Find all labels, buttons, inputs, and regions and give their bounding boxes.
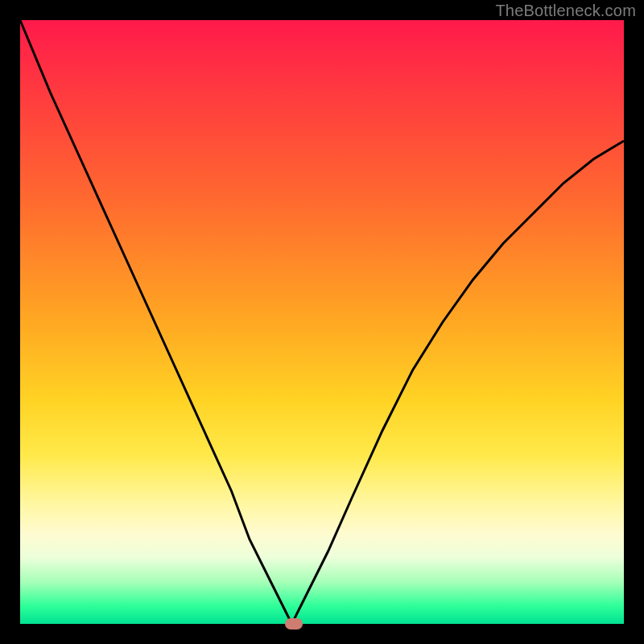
- curve-path: [20, 20, 624, 624]
- chart-frame: TheBottleneck.com: [0, 0, 644, 644]
- bottleneck-curve: [20, 20, 624, 624]
- watermark-label: TheBottleneck.com: [495, 2, 636, 20]
- optimal-marker: [285, 618, 303, 630]
- plot-area: [20, 20, 624, 624]
